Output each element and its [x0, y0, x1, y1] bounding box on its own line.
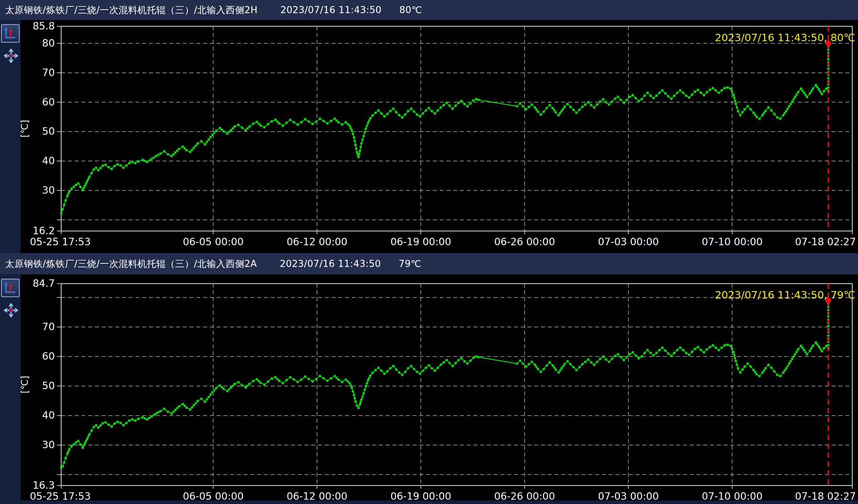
y-tick-label: 60 — [42, 350, 55, 362]
x-tick-labels: 05-25 17:5306-05 00:0006-12 00:0006-19 0… — [30, 486, 856, 500]
x-gridlines — [213, 284, 732, 486]
x-tick-label: 06-12 00:00 — [287, 490, 348, 500]
current-temperature: 79℃ — [399, 258, 422, 269]
y-tick-label: 30 — [42, 184, 55, 196]
x-tick-label: 07-18 02:27 — [795, 236, 856, 248]
x-tick-label: 06-26 00:00 — [494, 490, 555, 500]
y-tick-label: 70 — [42, 67, 55, 79]
y-tick-label: 40 — [42, 409, 55, 421]
x-tick-labels: 05-25 17:5306-05 00:0006-12 00:0006-19 0… — [30, 231, 856, 248]
panel-header: 太原钢铁/炼铁厂/三烧/一次混料机托辊（三）/北输入西侧2A 2023/07/1… — [0, 253, 858, 274]
x-tick-label: 06-19 00:00 — [390, 236, 451, 248]
y-tick-label: 70 — [42, 321, 55, 333]
y-tick-label: 50 — [42, 125, 55, 137]
y-tick-label: 16.2 — [33, 225, 55, 237]
x-tick-label: 06-05 00:00 — [183, 236, 244, 248]
y-tick-labels: 84.7706050403016.3 — [33, 278, 61, 491]
x-tick-label: 07-03 00:00 — [598, 236, 659, 248]
x-tick-label: 05-25 17:53 — [30, 236, 91, 248]
x-tick-label: 06-19 00:00 — [390, 490, 451, 500]
x-tick-label: 05-25 17:53 — [30, 490, 91, 500]
plot-border — [61, 284, 852, 486]
trend-panel-2H: 太原钢铁/炼铁厂/三烧/一次混料机托辊（三）/北输入西侧2H 2023/07/1… — [0, 0, 858, 253]
x-tick-label: 06-26 00:00 — [494, 236, 555, 248]
y-tick-label: 85.8 — [33, 20, 55, 32]
trend-figure: 85.880706050403016.205-25 17:5306-05 00:… — [0, 20, 858, 253]
y-tick-labels: 85.880706050403016.2 — [33, 20, 61, 237]
x-tick-label: 06-05 00:00 — [183, 490, 244, 500]
cursor-annotation: 2023/07/16 11:43:50, 80℃ — [715, 32, 855, 44]
trend-plot-canvas[interactable]: 85.880706050403016.205-25 17:5306-05 00:… — [0, 20, 858, 253]
x-gridlines — [213, 26, 732, 231]
y-tick-label: 50 — [42, 380, 55, 392]
y-gridlines — [61, 43, 852, 220]
series-line — [517, 85, 828, 119]
device-path-title: 太原钢铁/炼铁厂/三烧/一次混料机托辊（三）/北输入西侧2H — [5, 4, 258, 16]
y-tick-label: 84.7 — [33, 278, 55, 289]
series-line — [61, 99, 478, 213]
y-axis-unit-label: [℃] — [19, 376, 30, 393]
trend-plot-canvas[interactable]: 84.7706050403016.305-25 17:5306-05 00:00… — [0, 274, 858, 500]
y-tick-label: 80 — [42, 37, 55, 49]
x-tick-label: 07-10 00:00 — [702, 490, 763, 500]
y-tick-label: 40 — [42, 155, 55, 167]
plot-border — [61, 26, 852, 231]
trend-figure: 84.7706050403016.305-25 17:5306-05 00:00… — [0, 274, 858, 500]
y-tick-label: 30 — [42, 439, 55, 451]
x-tick-label: 06-12 00:00 — [287, 236, 348, 248]
series-line — [61, 356, 478, 467]
x-tick-label: 07-10 00:00 — [702, 236, 763, 248]
device-path-title: 太原钢铁/炼铁厂/三烧/一次混料机托辊（三）/北输入西侧2A — [5, 258, 257, 270]
series-line — [517, 342, 828, 376]
cursor-annotation: 2023/07/16 11:43:50, 79℃ — [715, 289, 855, 301]
data-gap-line — [478, 357, 517, 364]
current-temperature: 80℃ — [399, 5, 422, 15]
x-tick-label: 07-03 00:00 — [598, 490, 659, 500]
data-gap-line — [478, 100, 517, 106]
y-axis-unit-label: [℃] — [19, 120, 30, 138]
trend-panel-2A: 太原钢铁/炼铁厂/三烧/一次混料机托辊（三）/北输入西侧2A 2023/07/1… — [0, 253, 858, 500]
temperature-series — [60, 84, 830, 215]
temperature-series — [60, 341, 830, 468]
y-tick-label: 60 — [42, 96, 55, 108]
y-tick-label: 16.3 — [33, 479, 55, 491]
sample-timestamp: 2023/07/16 11:43:50 — [280, 258, 381, 269]
panel-header: 太原钢铁/炼铁厂/三烧/一次混料机托辊（三）/北输入西侧2H 2023/07/1… — [0, 0, 858, 20]
x-tick-label: 07-18 02:27 — [795, 490, 856, 500]
y-gridlines — [61, 297, 852, 474]
sample-timestamp: 2023/07/16 11:43:50 — [280, 5, 381, 15]
